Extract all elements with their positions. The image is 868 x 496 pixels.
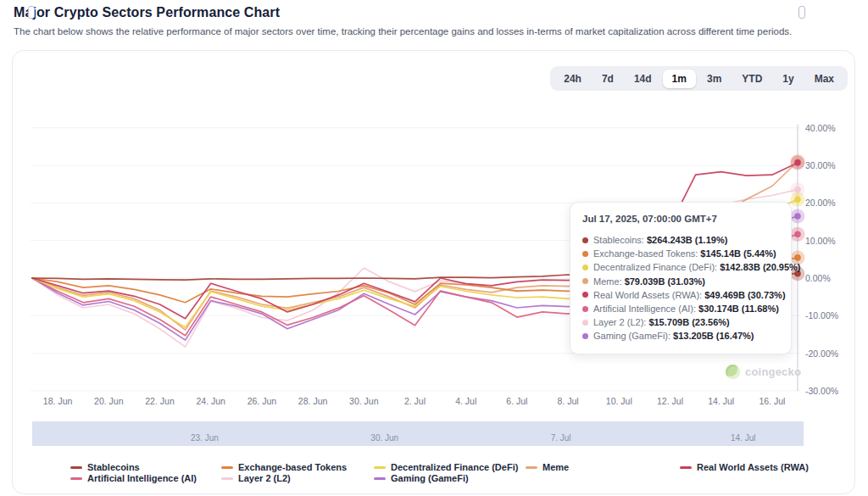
tooltip-series-name: Exchange-based Tokens: [593, 248, 698, 259]
endpoint-dot-layer-2-l2 [794, 187, 801, 193]
chart-tooltip: Jul 17, 2025, 07:00:00 GMT+7 Stablecoins… [570, 202, 792, 354]
y-axis-label: -30.00% [805, 386, 838, 396]
x-axis-label: 22. Jun [145, 396, 174, 406]
x-axis-label: 20. Jun [94, 396, 123, 406]
legend-label: Stablecoins [87, 462, 140, 472]
navigator-handle-left[interactable] [28, 6, 35, 19]
range-button-ytd[interactable]: YTD [732, 70, 771, 88]
x-axis-label: 12. Jul [657, 396, 683, 406]
tooltip-series-name: Stablecoins: [593, 235, 644, 245]
legend-label: Decentralized Finance (DeFi) [391, 462, 518, 472]
legend-color-dash [70, 466, 82, 469]
legend-color-dash [374, 466, 386, 469]
tooltip-series-value: $13.205B (16.47%) [673, 331, 754, 341]
navigator-date-label: 30. Jun [370, 433, 398, 443]
series-color-dot [582, 306, 588, 312]
y-axis-label: 0.00% [805, 273, 831, 283]
legend-item-real-world-assets-rwa[interactable]: Real World Assets (RWA) [680, 462, 809, 472]
endpoint-dot-gaming-gamefi [794, 213, 801, 220]
tooltip-item-stablecoins: Stablecoins:$264.243B (1.19%) [582, 233, 779, 247]
navigator-date-label: 7. Jul [551, 433, 571, 443]
range-button-1y[interactable]: 1y [773, 70, 803, 88]
range-button-24h[interactable]: 24h [554, 70, 591, 88]
series-color-dot [582, 237, 588, 243]
tooltip-series-value: $30.174B (11.68%) [698, 304, 779, 314]
x-axis-label: 2. Jul [404, 396, 426, 406]
tooltip-series-value: $15.709B (23.56%) [648, 317, 729, 327]
y-axis-label: 10.00% [805, 236, 836, 246]
range-button-max[interactable]: Max [805, 70, 843, 88]
series-color-dot [582, 292, 588, 298]
tooltip-item-artificial-intelligence-ai: Artificial Intelligence (AI):$30.174B (1… [582, 302, 779, 315]
tooltip-series-value: $142.83B (20.95%) [720, 262, 800, 272]
tooltip-series-value: $79.039B (31.03%) [625, 276, 705, 287]
range-button-1m[interactable]: 1m [663, 70, 696, 88]
x-axis-label: 4. Jul [455, 396, 476, 406]
x-axis-label: 28. Jun [298, 396, 327, 406]
tooltip-item-real-world-assets-rwa: Real World Assets (RWA):$49.469B (30.73%… [582, 288, 779, 302]
range-button-7d[interactable]: 7d [593, 70, 623, 88]
tooltip-item-meme: Meme:$79.039B (31.03%) [582, 275, 779, 288]
tooltip-item-gaming-gamefi: Gaming (GameFi):$13.205B (16.47%) [582, 329, 779, 343]
crypto-sectors-page: Major Crypto Sectors Performance Chart T… [0, 0, 868, 496]
x-axis-label: 24. Jun [196, 396, 225, 406]
range-button-14d[interactable]: 14d [625, 70, 661, 88]
tooltip-series-name: Layer 2 (L2): [593, 317, 646, 327]
endpoint-dot-decentralized-finance-defi [794, 196, 801, 203]
tooltip-item-decentralized-finance-defi: Decentralized Finance (DeFi):$142.83B (2… [582, 260, 779, 274]
series-color-dot [582, 320, 588, 326]
legend-color-dash [221, 477, 233, 480]
series-color-dot [582, 278, 588, 284]
endpoint-dot-exchange-based-tokens [794, 254, 801, 261]
legend-label: Gaming (GameFi) [391, 473, 469, 483]
series-color-dot [582, 251, 588, 257]
x-axis-label: 16. Jul [759, 396, 785, 406]
x-axis-label: 8. Jul [558, 396, 579, 406]
x-axis-label: 18. Jun [43, 396, 72, 406]
legend-color-dash [526, 466, 537, 469]
tooltip-series-name: Meme: [593, 276, 622, 287]
navigator-date-label: 23. Jun [191, 433, 219, 443]
tooltip-series-name: Artificial Intelligence (AI): [593, 304, 696, 314]
tooltip-item-layer-2-l2: Layer 2 (L2):$15.709B (23.56%) [582, 315, 779, 329]
endpoint-dot-real-world-assets-rwa [794, 159, 801, 166]
y-axis-label: -10.00% [805, 310, 838, 320]
tooltip-series-name: Gaming (GameFi): [593, 331, 670, 341]
tooltip-series-name: Decentralized Finance (DeFi): [593, 262, 717, 272]
legend-item-artificial-intelligence-ai[interactable]: Artificial Intelligence (AI) [70, 473, 197, 483]
legend-label: Exchange-based Tokens [238, 462, 347, 472]
x-axis-label: 30. Jun [349, 396, 378, 406]
legend-item-stablecoins[interactable]: Stablecoins [70, 462, 140, 472]
range-selector: 24h7d14d1m3mYTD1yMax [550, 66, 848, 91]
legend-item-layer-2-l2[interactable]: Layer 2 (L2) [221, 473, 291, 483]
x-axis-label: 26. Jun [248, 396, 276, 406]
legend-label: Meme [542, 462, 569, 472]
navigator-track[interactable] [32, 421, 804, 446]
legend-item-meme[interactable]: Meme [526, 462, 569, 472]
tooltip-series-value: $49.469B (30.73%) [704, 290, 785, 300]
x-axis-label: 10. Jul [606, 396, 632, 406]
endpoint-dot-artificial-intelligence-ai [794, 231, 801, 237]
tooltip-series-value: $145.14B (5.44%) [700, 248, 776, 259]
legend-color-dash [680, 466, 692, 469]
y-axis-label: -20.00% [805, 348, 838, 359]
navigator-handle-right[interactable] [798, 6, 805, 19]
navigator-date-label: 14. Jul [731, 433, 755, 443]
series-color-dot [582, 265, 588, 270]
x-axis-label: 6. Jul [506, 396, 527, 406]
tooltip-items: Stablecoins:$264.243B (1.19%)Exchange-ba… [582, 233, 779, 343]
legend-label: Layer 2 (L2) [238, 473, 291, 483]
y-axis-label: 30.00% [805, 160, 836, 170]
tooltip-series-name: Real World Assets (RWA): [593, 290, 702, 300]
legend-color-dash [374, 477, 386, 480]
series-color-dot [582, 333, 588, 339]
tooltip-item-exchange-based-tokens: Exchange-based Tokens:$145.14B (5.44%) [582, 247, 779, 260]
x-axis-label: 14. Jul [708, 396, 734, 406]
legend-label: Real World Assets (RWA) [697, 462, 809, 472]
y-axis-label: 20.00% [805, 198, 836, 208]
range-button-3m[interactable]: 3m [698, 70, 731, 88]
legend-color-dash [221, 466, 233, 469]
legend-item-gaming-gamefi[interactable]: Gaming (GameFi) [374, 473, 469, 483]
legend-item-decentralized-finance-defi[interactable]: Decentralized Finance (DeFi) [374, 462, 518, 472]
legend-item-exchange-based-tokens[interactable]: Exchange-based Tokens [221, 462, 347, 472]
